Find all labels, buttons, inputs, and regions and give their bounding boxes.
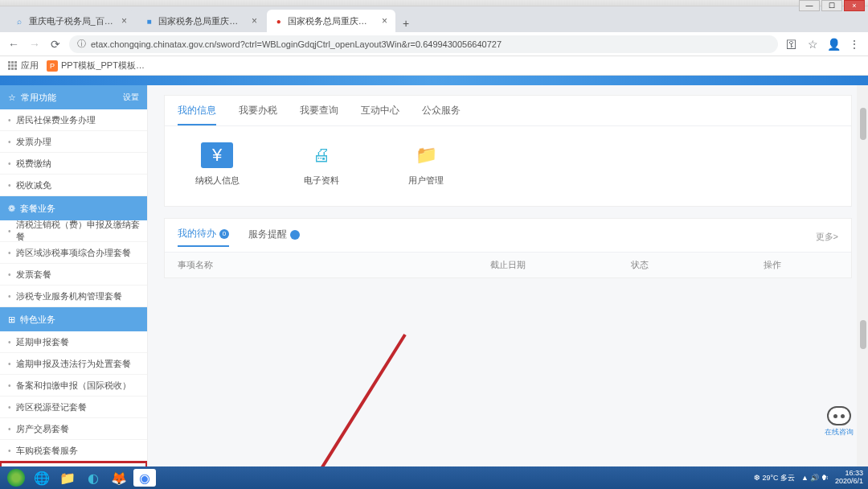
shortcut-纳税人信息[interactable]: ¥纳税人信息 (189, 142, 245, 187)
col-action: 操作 (706, 259, 838, 271)
assistant-robot-icon (827, 406, 851, 425)
tab-title: 重庆电子税务局_百度搜索 (29, 15, 113, 27)
shortcut-用户管理[interactable]: 📁用户管理 (398, 142, 454, 187)
browser-tab[interactable]: ⌕重庆电子税务局_百度搜索× (6, 10, 135, 32)
sidebar-item[interactable]: 逾期申报及违法行为处置套餐 (0, 353, 147, 375)
col-deadline: 截止日期 (442, 259, 574, 271)
sidebar-item[interactable]: 跨区税源登记套餐 (0, 397, 147, 418)
more-link[interactable]: 更多> (816, 231, 838, 243)
window-minimize[interactable]: — (799, 0, 820, 11)
sidebar-item[interactable]: 发票套餐 (0, 264, 147, 286)
apps-label: 应用 (21, 60, 39, 72)
sidebar: ☆常用功能设置居民社保费业务办理发票办理税费缴纳税收减免❁套餐业务清税注销税（费… (0, 85, 148, 466)
apps-shortcut[interactable]: 应用 (8, 60, 39, 72)
group-settings-link[interactable]: 设置 (123, 92, 139, 103)
shortcut-icon: ¥ (201, 142, 233, 168)
bookmark-star-icon[interactable]: ☆ (805, 37, 820, 51)
password-key-icon[interactable]: ⚿ (784, 37, 799, 51)
main-tab[interactable]: 我要查询 (300, 104, 338, 125)
shortcut-icon: 📁 (410, 142, 442, 168)
address-bar[interactable]: ⓘ etax.chongqing.chinatax.gov.cn/sword?c… (69, 35, 778, 53)
group-title: 常用功能 (21, 92, 56, 102)
sidebar-item-label: 房产交易套餐 (16, 423, 69, 435)
main-area: 我的信息我要办税我要查询互动中心公众服务 ¥纳税人信息🖨电子资料📁用户管理 我的… (148, 85, 868, 466)
sidebar-item[interactable]: 税费缴纳 (0, 153, 147, 175)
sidebar-group-header[interactable]: ☆常用功能设置 (0, 85, 147, 109)
main-tab[interactable]: 我的信息 (178, 104, 216, 125)
windows-taskbar: 🌐 📁 ◐ 🦊 ◉ ❆ 29°C 多云 ▲ 🔊 🗣 16:33 2020/6/1 (0, 466, 868, 489)
group-title: 特色业务 (20, 314, 55, 324)
browser-tabs: ⌕重庆电子税务局_百度搜索×■国家税务总局重庆市税务局×●国家税务总局重庆市电子… (0, 6, 868, 32)
tray-icons[interactable]: ▲ 🔊 🗣 (801, 474, 829, 482)
sidebar-item-label: 延期申报套餐 (16, 336, 69, 348)
scrollbar[interactable] (857, 85, 868, 466)
todo-header: 我的待办0服务提醒 更多> (165, 219, 851, 253)
apps-grid-icon (8, 61, 18, 71)
window-close[interactable]: × (844, 0, 865, 11)
sidebar-item-label: 跨区税源登记套餐 (16, 401, 87, 413)
site-info-icon[interactable]: ⓘ (77, 38, 86, 50)
shortcut-label: 用户管理 (408, 175, 444, 187)
sidebar-item[interactable]: 发票办理 (0, 131, 147, 153)
shortcut-电子资料[interactable]: 🖨电子资料 (293, 142, 350, 187)
new-tab-button[interactable]: + (397, 14, 415, 32)
group-icon: ⊞ (8, 314, 15, 324)
taskbar-chrome[interactable]: ◉ (133, 469, 156, 487)
ppt-icon: P (47, 60, 58, 72)
todo-tab[interactable]: 我的待办0 (178, 227, 229, 247)
tab-favicon: ⌕ (14, 15, 24, 27)
sidebar-item-label: 税收减免 (16, 179, 51, 191)
sidebar-item-label: 车购税套餐服务 (16, 445, 78, 457)
profile-avatar-icon[interactable]: 👤 (826, 37, 841, 51)
bookmark-item[interactable]: P PPT模板_PPT模板… (47, 60, 145, 72)
tab-title: 国家税务总局重庆市电子税务局 (288, 15, 374, 27)
sidebar-item[interactable]: 税收减免 (0, 175, 147, 196)
sidebar-item[interactable]: 跨区域涉税事项综合办理套餐 (0, 242, 147, 264)
sidebar-item[interactable]: 车购税套餐服务 (0, 440, 147, 462)
taskbar-weather[interactable]: ❆ 29°C 多云 (754, 473, 795, 483)
browser-menu-icon[interactable]: ⋮ (847, 37, 862, 51)
sidebar-item[interactable]: 清税注销税（费）申报及缴纳套餐 (0, 220, 147, 242)
tab-favicon: ■ (145, 15, 154, 27)
sidebar-group-header[interactable]: ❁套餐业务 (0, 196, 147, 220)
site-banner (0, 76, 868, 85)
group-icon: ❁ (8, 203, 15, 213)
main-tab[interactable]: 我要办税 (239, 104, 277, 125)
table-header: 事项名称 截止日期 状态 操作 (165, 253, 851, 277)
sidebar-item[interactable]: 房产交易套餐 (0, 418, 147, 440)
todo-tab[interactable]: 服务提醒 (248, 228, 300, 246)
tab-favicon: ● (275, 15, 283, 27)
main-tab[interactable]: 互动中心 (361, 104, 399, 125)
browser-tab[interactable]: ■国家税务总局重庆市税务局× (137, 10, 265, 32)
sidebar-item[interactable]: 延期申报套餐 (0, 331, 147, 353)
bookmark-label: PPT模板_PPT模板… (61, 60, 145, 72)
sidebar-item-label: 备案和扣缴申报（国际税收） (16, 380, 131, 392)
nav-back[interactable]: ← (6, 37, 21, 51)
browser-tab[interactable]: ●国家税务总局重庆市电子税务局× (267, 10, 395, 32)
scrollbar-thumb[interactable] (860, 108, 866, 140)
main-tab[interactable]: 公众服务 (422, 104, 461, 125)
window-maximize[interactable]: ☐ (821, 0, 842, 11)
taskbar-app[interactable]: ◐ (82, 469, 104, 487)
col-name: 事项名称 (178, 259, 442, 271)
taskbar-ie[interactable]: 🌐 (31, 469, 53, 487)
scrollbar-thumb[interactable] (860, 320, 866, 349)
nav-forward[interactable]: → (27, 37, 42, 51)
shortcut-icon: 🖨 (305, 142, 338, 168)
taskbar-firefox[interactable]: 🦊 (108, 469, 130, 487)
sidebar-item-label: 逾期申报及违法行为处置套餐 (16, 358, 131, 370)
online-assistant[interactable]: 在线咨询 (823, 406, 855, 438)
tab-close-icon[interactable]: × (252, 15, 257, 27)
start-button[interactable] (5, 469, 27, 487)
todo-tab-label: 我的待办 (178, 227, 216, 240)
taskbar-explorer[interactable]: 📁 (56, 469, 79, 487)
nav-reload[interactable]: ⟳ (48, 37, 63, 51)
sidebar-item[interactable]: 居民社保费业务办理 (0, 109, 147, 131)
tab-close-icon[interactable]: × (121, 15, 127, 27)
sidebar-item[interactable]: 涉税专业服务机构管理套餐 (0, 286, 147, 307)
tab-close-icon[interactable]: × (382, 15, 387, 27)
taskbar-clock[interactable]: 16:33 2020/6/1 (835, 470, 863, 486)
browser-toolbar: ← → ⟳ ⓘ etax.chongqing.chinatax.gov.cn/s… (0, 32, 868, 56)
sidebar-group-header[interactable]: ⊞特色业务 (0, 307, 147, 331)
sidebar-item[interactable]: 备案和扣缴申报（国际税收） (0, 375, 147, 397)
